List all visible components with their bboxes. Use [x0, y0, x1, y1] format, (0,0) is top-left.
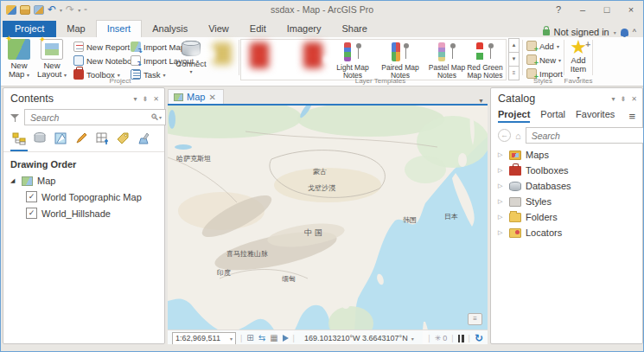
- catalog-item-styles[interactable]: ▷ Styles: [491, 194, 642, 209]
- undo-button[interactable]: ↶: [48, 5, 56, 14]
- save-project-icon[interactable]: [6, 5, 16, 15]
- add-item-button[interactable]: ★ Add Item ▾: [564, 39, 592, 82]
- customize-qat-icon[interactable]: =: [84, 7, 87, 12]
- tree-item-map[interactable]: ◢ Map: [3, 173, 164, 189]
- notifications-icon[interactable]: [621, 29, 628, 36]
- flash-navigate-icon[interactable]: [283, 335, 289, 342]
- expander-icon[interactable]: ◢: [10, 177, 17, 184]
- catalog-tab-portal[interactable]: Portal: [540, 109, 565, 123]
- styles-add-button[interactable]: Add▾: [526, 41, 559, 51]
- layer-checkbox[interactable]: ✓: [26, 191, 37, 202]
- tab-view[interactable]: View: [198, 21, 239, 37]
- tab-map[interactable]: Map: [56, 21, 95, 37]
- catalog-item-toolboxes[interactable]: ▷ Toolboxes: [491, 163, 642, 178]
- filter-icon[interactable]: [10, 113, 20, 122]
- list-by-data-source-icon[interactable]: [31, 131, 48, 151]
- tab-analysis[interactable]: Analysis: [142, 21, 198, 37]
- new-map-icon: [8, 39, 30, 60]
- help-button[interactable]: ?: [546, 1, 571, 18]
- view-tab-strip: Map ✕ ▼: [168, 87, 488, 106]
- view-list-caret-icon[interactable]: ▼: [478, 98, 488, 104]
- tab-edit[interactable]: Edit: [239, 21, 277, 37]
- gallery-scroll-down-icon[interactable]: ▼: [508, 52, 520, 67]
- redo-button[interactable]: ↷: [66, 5, 74, 14]
- maximize-button[interactable]: □: [595, 1, 619, 18]
- catalog-search-box: 🔍︎ ▾: [526, 127, 644, 144]
- refresh-icon[interactable]: ↻: [475, 332, 483, 344]
- sign-in-caret-icon[interactable]: ▾: [614, 29, 616, 35]
- catalog-search-input[interactable]: [530, 130, 644, 142]
- expander-icon[interactable]: ▷: [498, 167, 505, 174]
- expander-icon[interactable]: ▷: [498, 229, 505, 236]
- redo-caret-icon[interactable]: ▾: [78, 7, 80, 13]
- fixed-zoom-icon[interactable]: ⇆: [258, 333, 265, 343]
- paired-map-notes-button[interactable]: Paired Map Notes: [378, 42, 423, 80]
- coordinate-display[interactable]: 169.1013210°W 3.6643107°N ▾: [304, 334, 414, 342]
- catalog-header: Catalog ▾ ⇟ ✕: [491, 88, 642, 107]
- list-by-editing-icon[interactable]: [73, 131, 90, 151]
- map-canvas[interactable]: 哈萨克斯坦 蒙古 戈壁沙漠 中 国 喜马拉雅山脉 印度 缅甸 韩国 日本 ≡ 1…: [168, 106, 488, 346]
- catalog-item-folders[interactable]: ▷ Folders: [491, 209, 642, 225]
- layer-label: World_Hillshade: [41, 208, 111, 219]
- undo-caret-icon[interactable]: ▾: [60, 7, 62, 13]
- catalog-tab-favorites[interactable]: Favorites: [576, 109, 615, 123]
- new-map-button[interactable]: New Map ▾: [3, 39, 35, 80]
- pause-drawing-icon[interactable]: [458, 335, 464, 342]
- map-view: Map ✕ ▼: [168, 87, 488, 346]
- collapse-ribbon-icon[interactable]: ^: [633, 28, 636, 36]
- search-icon[interactable]: 🔍︎: [150, 112, 159, 122]
- layer-checkbox[interactable]: ✓: [26, 208, 37, 219]
- menu-icon[interactable]: ≡: [628, 110, 635, 123]
- pin-icon[interactable]: ⇟: [143, 95, 149, 103]
- map-view-tab[interactable]: Map ✕: [168, 89, 224, 104]
- new-map-view-icon[interactable]: ⊞: [246, 333, 253, 343]
- home-icon[interactable]: ⌂: [515, 131, 521, 141]
- tab-insert[interactable]: Insert: [96, 20, 143, 37]
- light-map-notes-icon: [330, 42, 375, 62]
- close-pane-icon[interactable]: ✕: [631, 95, 637, 103]
- tab-imagery[interactable]: Imagery: [277, 21, 332, 37]
- close-tab-icon[interactable]: ✕: [208, 93, 215, 102]
- scale-dropdown[interactable]: 1:62,969,511 ▾: [172, 332, 236, 345]
- list-by-selection-icon[interactable]: [52, 131, 69, 151]
- expander-icon[interactable]: ▷: [498, 198, 505, 205]
- close-pane-icon[interactable]: ✕: [153, 95, 159, 103]
- red-green-map-notes-button[interactable]: Red Green Map Notes: [462, 42, 507, 80]
- catalog-item-maps[interactable]: ▷ Maps: [491, 147, 642, 163]
- minimize-button[interactable]: –: [571, 1, 595, 18]
- expander-icon[interactable]: ▷: [498, 214, 505, 221]
- list-by-labeling-icon[interactable]: [114, 131, 131, 151]
- pane-menu-icon[interactable]: ▾: [134, 95, 137, 103]
- close-button[interactable]: ×: [619, 1, 643, 18]
- tree-item-layer[interactable]: ✓ World_Hillshade: [3, 205, 164, 221]
- map-tab-icon: [174, 93, 183, 101]
- light-map-notes-button[interactable]: Light Map Notes: [330, 42, 375, 80]
- list-by-snapping-icon[interactable]: [93, 131, 111, 151]
- expander-icon[interactable]: ▷: [498, 151, 505, 158]
- map-label: 缅甸: [282, 274, 296, 284]
- catalog-item-locators[interactable]: ▷ Locators: [491, 225, 642, 240]
- pin-icon[interactable]: ⇟: [621, 95, 627, 103]
- pane-menu-icon[interactable]: ▾: [612, 95, 615, 103]
- new-report-button[interactable]: New Report▾: [73, 42, 135, 52]
- catalog-item-databases[interactable]: ▷ Databases: [491, 178, 642, 194]
- contents-search-input[interactable]: [29, 112, 150, 124]
- styles-new-button[interactable]: New▾: [526, 54, 561, 65]
- attribution-icon[interactable]: ≡: [468, 313, 482, 325]
- tree-item-layer[interactable]: ✓ World Topographic Map: [3, 189, 164, 205]
- new-layout-button[interactable]: New Layout ▾: [35, 39, 68, 80]
- list-by-drawing-order-icon[interactable]: [10, 131, 28, 151]
- expander-icon[interactable]: ▷: [498, 182, 505, 189]
- gallery-scroll-up-icon[interactable]: ▲: [508, 38, 520, 53]
- save-icon[interactable]: [34, 5, 44, 15]
- selection-count[interactable]: ✳ 0: [435, 334, 448, 342]
- toolboxes-icon: [509, 166, 521, 176]
- grid-icon[interactable]: ▦: [270, 333, 277, 343]
- add-item-star-icon: ★: [564, 39, 592, 56]
- tab-share[interactable]: Share: [332, 21, 378, 37]
- list-by-perspective-icon[interactable]: [135, 131, 152, 151]
- open-project-icon[interactable]: [20, 5, 30, 15]
- catalog-tab-project[interactable]: Project: [498, 109, 530, 123]
- back-icon[interactable]: ←: [498, 129, 511, 142]
- basemap: [168, 106, 488, 346]
